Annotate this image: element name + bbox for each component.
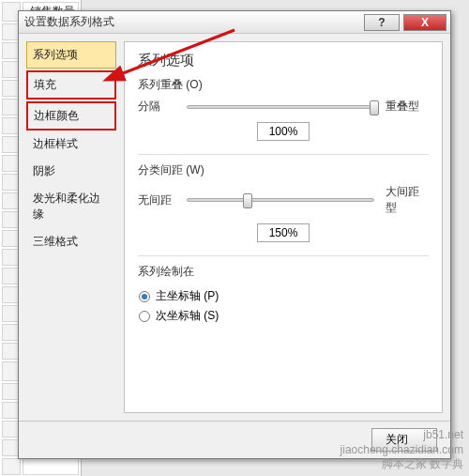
- radio-label: 主坐标轴 (P): [156, 288, 219, 304]
- overlap-left-label: 分隔: [138, 99, 179, 115]
- overlap-value[interactable]: 100%: [257, 122, 310, 141]
- sidebar-item-glow[interactable]: 发光和柔化边缘: [26, 185, 116, 228]
- main-panel: 系列选项 系列重叠 (O) 分隔 重叠型 100% 分类间距 (W) 无间距 大…: [124, 41, 443, 413]
- radio-primary-axis[interactable]: 主坐标轴 (P): [139, 286, 428, 306]
- overlap-label: 系列重叠 (O): [138, 77, 429, 93]
- sidebar-item-shadow[interactable]: 阴影: [26, 158, 116, 185]
- radio-label: 次坐标轴 (S): [156, 308, 219, 324]
- panel-heading: 系列选项: [138, 52, 429, 69]
- gap-left-label: 无间距: [138, 192, 179, 208]
- sidebar-item-series-options[interactable]: 系列选项: [26, 41, 116, 69]
- plot-on-group: 系列绘制在 主坐标轴 (P) 次坐标轴 (S): [138, 264, 429, 327]
- sidebar-item-border-style[interactable]: 边框样式: [26, 131, 116, 158]
- sidebar-item-fill[interactable]: 填充: [26, 70, 116, 100]
- watermark: jb51.net jiaocheng.chazidian.com 脚本之家 数字…: [340, 428, 463, 472]
- radio-icon: [139, 311, 150, 322]
- help-button[interactable]: ?: [364, 14, 400, 31]
- overlap-right-label: 重叠型: [386, 99, 429, 115]
- gap-value[interactable]: 150%: [257, 223, 310, 242]
- gap-width-group: 分类间距 (W) 无间距 大间距型 150%: [138, 162, 429, 242]
- plot-on-label: 系列绘制在: [138, 264, 429, 280]
- gap-right-label: 大间距型: [386, 184, 429, 216]
- sidebar-item-border-color[interactable]: 边框颜色: [26, 101, 116, 131]
- format-data-series-dialog: 设置数据系列格式 ? X 系列选项 填充 边框颜色 边框样式 阴影 发光和柔化边…: [18, 10, 451, 459]
- overlap-slider[interactable]: [187, 105, 374, 109]
- radio-icon: [139, 291, 150, 302]
- sidebar: 系列选项 填充 边框颜色 边框样式 阴影 发光和柔化边缘 三维格式: [26, 41, 116, 413]
- titlebar[interactable]: 设置数据系列格式 ? X: [19, 11, 450, 34]
- sidebar-item-3d-format[interactable]: 三维格式: [26, 228, 116, 255]
- gap-slider[interactable]: [187, 198, 374, 202]
- gap-label: 分类间距 (W): [138, 162, 429, 178]
- radio-secondary-axis[interactable]: 次坐标轴 (S): [139, 306, 428, 326]
- divider: [138, 255, 429, 256]
- dialog-title: 设置数据系列格式: [24, 14, 364, 30]
- series-overlap-group: 系列重叠 (O) 分隔 重叠型 100%: [138, 77, 429, 141]
- close-button[interactable]: X: [403, 14, 446, 31]
- divider: [138, 154, 429, 155]
